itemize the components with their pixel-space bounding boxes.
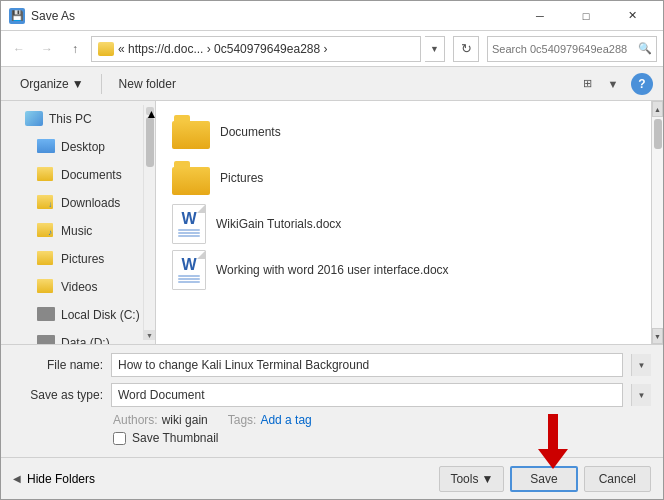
list-item[interactable]: Documents [164, 109, 643, 155]
tools-button[interactable]: Tools ▼ [439, 466, 504, 492]
save-type-dropdown-button[interactable]: ▼ [631, 384, 651, 406]
search-box: 🔍 [487, 36, 657, 62]
address-bar: ← → ↑ « https://d.doc... › 0c540979649ea… [1, 31, 663, 67]
breadcrumb[interactable]: « https://d.doc... › 0c540979649ea288 › [91, 36, 421, 62]
folder-icon [172, 115, 210, 149]
sidebar-item-videos[interactable]: Videos [1, 273, 155, 301]
list-item[interactable]: W WikiGain Tutorials.docx [164, 201, 643, 247]
view-layout-button[interactable]: ⊞ [575, 72, 599, 96]
minimize-button[interactable]: ─ [517, 1, 563, 31]
new-folder-button[interactable]: New folder [110, 71, 185, 97]
sidebar-label-videos: Videos [61, 280, 97, 294]
chevron-icon: ◀ [13, 473, 21, 484]
sidebar-item-data[interactable]: Data (D:) [1, 329, 155, 344]
sidebar-label-documents: Documents [61, 168, 122, 182]
tags-label: Tags: [228, 413, 257, 427]
word-file-icon: W [172, 250, 206, 290]
title-bar: 💾 Save As ─ □ ✕ [1, 1, 663, 31]
sidebar-item-this-pc[interactable]: This PC [1, 105, 155, 133]
help-button[interactable]: ? [631, 73, 653, 95]
data-icon [37, 335, 55, 344]
hide-folders-button[interactable]: ◀ Hide Folders [13, 472, 95, 486]
organize-button[interactable]: Organize ▼ [11, 71, 93, 97]
add-tag-link[interactable]: Add a tag [260, 413, 311, 427]
tools-dropdown-icon: ▼ [481, 472, 493, 486]
breadcrumb-folder-icon [98, 42, 114, 56]
save-type-row: Save as type: ▼ [13, 383, 651, 407]
sidebar-label-desktop: Desktop [61, 140, 105, 154]
scroll-down-button[interactable]: ▼ [652, 328, 663, 344]
address-dropdown-button[interactable]: ▼ [425, 36, 445, 62]
dialog-icon: 💾 [9, 8, 25, 24]
file-item-name: Pictures [220, 171, 263, 185]
toolbar-separator [101, 74, 102, 94]
new-folder-label: New folder [119, 77, 176, 91]
cancel-button[interactable]: Cancel [584, 466, 651, 492]
file-item-name: Working with word 2016 user interface.do… [216, 263, 449, 277]
scroll-up-button[interactable]: ▲ [652, 101, 663, 117]
thumbnail-row: Save Thumbnail [13, 431, 651, 445]
save-as-dialog: 💾 Save As ─ □ ✕ ← → ↑ « https://d.doc...… [0, 0, 664, 500]
music-icon [37, 223, 55, 239]
list-item[interactable]: Pictures [164, 155, 643, 201]
title-bar-buttons: ─ □ ✕ [517, 1, 655, 31]
save-type-input[interactable] [118, 388, 616, 402]
scroll-thumb[interactable] [654, 119, 662, 149]
sidebar-scrollbar[interactable]: ▲ ▼ [143, 105, 155, 340]
view-dropdown-button[interactable]: ▼ [601, 72, 625, 96]
file-name-input-container [111, 353, 623, 377]
maximize-button[interactable]: □ [563, 1, 609, 31]
back-button[interactable]: ← [7, 37, 31, 61]
sidebar-item-documents[interactable]: Documents [1, 161, 155, 189]
up-button[interactable]: ↑ [63, 37, 87, 61]
search-icon[interactable]: 🔍 [638, 42, 652, 55]
file-item-name: Documents [220, 125, 281, 139]
sidebar-item-downloads[interactable]: Downloads [1, 189, 155, 217]
search-input[interactable] [492, 43, 636, 55]
local-disk-icon [37, 307, 55, 323]
file-name-label: File name: [13, 358, 103, 372]
word-file-icon: W [172, 204, 206, 244]
sidebar-label-this-pc: This PC [49, 112, 92, 126]
thumbnail-checkbox[interactable] [113, 432, 126, 445]
breadcrumb-text: « https://d.doc... › 0c540979649ea288 › [118, 42, 327, 56]
forward-button[interactable]: → [35, 37, 59, 61]
organize-label: Organize [20, 77, 69, 91]
authors-label: Authors: [113, 413, 158, 427]
sidebar-label-data: Data (D:) [61, 336, 110, 344]
tags-item: Tags: Add a tag [228, 413, 312, 427]
sidebar-item-local-disk[interactable]: Local Disk (C:) [1, 301, 155, 329]
sidebar-item-music[interactable]: Music [1, 217, 155, 245]
list-item[interactable]: W Working with word 2016 user interface.… [164, 247, 643, 293]
this-pc-icon [25, 111, 43, 127]
close-button[interactable]: ✕ [609, 1, 655, 31]
save-type-label: Save as type: [13, 388, 103, 402]
toolbar: Organize ▼ New folder ⊞ ▼ ? [1, 67, 663, 101]
dialog-title: Save As [31, 9, 517, 23]
file-list: Documents Pictures W [156, 101, 651, 344]
file-item-name: WikiGain Tutorials.docx [216, 217, 341, 231]
save-button[interactable]: Save [510, 466, 577, 492]
file-list-scrollbar[interactable]: ▲ ▼ [651, 101, 663, 344]
bottom-section: File name: ▼ Save as type: ▼ Authors: wi… [1, 344, 663, 457]
sidebar-label-local-disk: Local Disk (C:) [61, 308, 140, 322]
sidebar-item-pictures[interactable]: Pictures [1, 245, 155, 273]
file-name-dropdown-button[interactable]: ▼ [631, 354, 651, 376]
scroll-track [652, 117, 663, 328]
tools-label: Tools [450, 472, 478, 486]
meta-row: Authors: wiki gain Tags: Add a tag [13, 413, 651, 427]
sidebar-label-pictures: Pictures [61, 252, 104, 266]
file-name-row: File name: ▼ [13, 353, 651, 377]
thumbnail-label[interactable]: Save Thumbnail [132, 431, 219, 445]
file-name-input[interactable] [118, 358, 616, 372]
authors-value: wiki gain [162, 413, 208, 427]
footer: ◀ Hide Folders Tools ▼ Save Cancel [1, 457, 663, 499]
sidebar-item-desktop[interactable]: Desktop [1, 133, 155, 161]
sidebar: This PC Desktop Documents [1, 101, 156, 344]
view-controls: ⊞ ▼ ? [575, 72, 653, 96]
refresh-button[interactable]: ↻ [453, 36, 479, 62]
organize-dropdown-icon: ▼ [72, 77, 84, 91]
folder-icon [172, 161, 210, 195]
save-type-input-container [111, 383, 623, 407]
videos-icon [37, 279, 55, 295]
